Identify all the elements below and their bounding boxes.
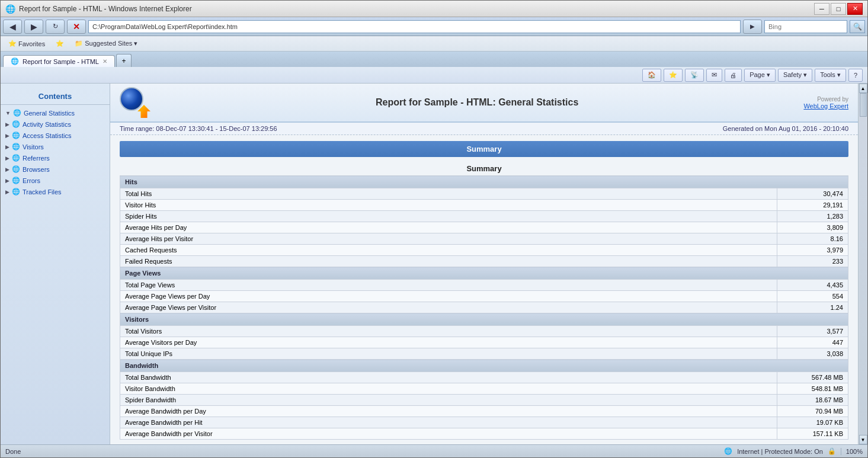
- tools-button[interactable]: Tools ▾: [815, 69, 846, 82]
- row-value: 233: [777, 256, 848, 267]
- globe-icon: 🌐: [12, 120, 20, 128]
- table-row: Total Hits30,474: [120, 188, 848, 200]
- search-submit-button[interactable]: 🔍: [850, 20, 865, 33]
- toolbar: 🏠 ⭐ 📡 ✉ 🖨 Page ▾ Safety ▾ Tools ▾ ?: [1, 67, 867, 84]
- sidebar-item-tracked-files[interactable]: ▶ 🌐 Tracked Files: [1, 186, 110, 197]
- tab-label: Report for Sample - HTML: [23, 58, 99, 65]
- window-controls: ─ □ ✕: [814, 3, 863, 15]
- table-row: Spider Hits1,283: [120, 211, 848, 222]
- row-value: 30,474: [777, 188, 848, 200]
- table-row: Average Page Views per Day554: [120, 291, 848, 302]
- row-label: Average Bandwidth per Day: [120, 406, 777, 417]
- row-value: 157.11 KB: [777, 428, 848, 440]
- refresh-button[interactable]: ↻: [46, 20, 65, 34]
- page-button[interactable]: Page ▾: [744, 69, 776, 82]
- content-area: Contents ▼ 🌐 General Statistics ▶ 🌐 Acti…: [1, 84, 867, 444]
- sidebar-item-browsers[interactable]: ▶ 🌐 Browsers: [1, 164, 110, 175]
- row-value: 554: [777, 291, 848, 302]
- sidebar-item-referrers[interactable]: ▶ 🌐 Referrers: [1, 152, 110, 164]
- table-row: Total Page Views4,435: [120, 280, 848, 291]
- zone-text: Internet | Protected Mode: On: [737, 448, 823, 455]
- row-label: Spider Hits: [120, 211, 777, 222]
- sidebar-label-visitors: Visitors: [23, 143, 44, 150]
- scroll-up-button[interactable]: ▲: [859, 84, 867, 93]
- tab-close-icon[interactable]: ✕: [103, 58, 107, 65]
- table-row: Average Hits per Day3,809: [120, 222, 848, 233]
- star-icon: ⭐: [8, 40, 17, 47]
- globe-icon: 🌐: [12, 132, 20, 139]
- address-input[interactable]: [88, 20, 741, 33]
- row-label: Total Bandwidth: [120, 372, 777, 383]
- forward-button[interactable]: ▶: [24, 20, 43, 34]
- help-button[interactable]: ?: [848, 69, 863, 82]
- suggested-sites-button[interactable]: 📁 Suggested Sites ▾: [72, 38, 140, 49]
- sidebar-item-visitors[interactable]: ▶ 🌐 Visitors: [1, 141, 110, 152]
- row-label: Cached Requests: [120, 245, 777, 256]
- read-mail-button[interactable]: ✉: [706, 69, 722, 82]
- row-label: Total Page Views: [120, 280, 777, 291]
- sidebar: Contents ▼ 🌐 General Statistics ▶ 🌐 Acti…: [1, 84, 110, 444]
- row-value: 19.07 KB: [777, 417, 848, 428]
- row-value: 18.67 MB: [777, 395, 848, 406]
- favorites-toolbar-button[interactable]: ⭐: [664, 69, 683, 82]
- globe-icon: 🌐: [12, 188, 20, 196]
- scroll-track: [859, 93, 867, 435]
- row-label: Average Page Views per Day: [120, 291, 777, 302]
- favorites-bar: ⭐ Favorites ⭐ 📁 Suggested Sites ▾: [1, 36, 867, 52]
- row-value: 567.48 MB: [777, 372, 848, 383]
- close-button[interactable]: ✕: [847, 3, 863, 15]
- back-button[interactable]: ◀: [3, 20, 22, 34]
- search-input[interactable]: [764, 20, 847, 33]
- row-value: 8.16: [777, 233, 848, 245]
- active-tab[interactable]: 🌐 Report for Sample - HTML ✕: [3, 55, 115, 67]
- sidebar-item-errors[interactable]: ▶ 🌐 Errors: [1, 175, 110, 186]
- row-value: 1,283: [777, 211, 848, 222]
- row-label: Total Unique IPs: [120, 348, 777, 360]
- sidebar-label-tracked: Tracked Files: [23, 188, 62, 196]
- lock-icon: 🔒: [828, 447, 836, 455]
- title-bar: 🌐 Report for Sample - HTML - Windows Int…: [1, 1, 867, 17]
- row-label: Average Hits per Visitor: [120, 233, 777, 245]
- row-label: Average Bandwidth per Visitor: [120, 428, 777, 440]
- zoom-text: 100%: [841, 448, 863, 455]
- safety-button[interactable]: Safety ▾: [778, 69, 812, 82]
- minimize-button[interactable]: ─: [814, 3, 829, 15]
- row-label: Spider Bandwidth: [120, 395, 777, 406]
- time-range: Time range: 08-Dec-07 13:30:41 - 15-Dec-…: [120, 125, 277, 132]
- home-button[interactable]: 🏠: [642, 69, 661, 82]
- favorites-button[interactable]: ⭐ Favorites: [5, 38, 48, 49]
- row-label: Visitor Bandwidth: [120, 383, 777, 395]
- scroll-down-button[interactable]: ▼: [859, 435, 867, 444]
- scrollbar[interactable]: ▲ ▼: [858, 84, 867, 444]
- sidebar-label-referrers: Referrers: [23, 155, 50, 162]
- new-tab-button[interactable]: +: [116, 54, 132, 67]
- maximize-button[interactable]: □: [831, 3, 846, 15]
- report-logo: [120, 87, 150, 118]
- powered-by-section: Powered by WebLog Expert: [803, 96, 848, 110]
- brand-link[interactable]: WebLog Expert: [803, 103, 848, 110]
- feeds-button[interactable]: 📡: [685, 69, 704, 82]
- row-label: Average Visitors per Day: [120, 337, 777, 348]
- row-value: 3,577: [777, 326, 848, 337]
- sidebar-title: Contents: [1, 88, 110, 105]
- row-value: 29,191: [777, 200, 848, 211]
- globe-icon: 🌐: [12, 154, 20, 162]
- sidebar-item-access-statistics[interactable]: ▶ 🌐 Access Statistics: [1, 130, 110, 141]
- expand-icon: ▶: [5, 166, 9, 172]
- sidebar-item-general-statistics[interactable]: ▼ 🌐 General Statistics: [1, 107, 110, 118]
- print-button[interactable]: 🖨: [725, 69, 742, 82]
- sidebar-item-activity-statistics[interactable]: ▶ 🌐 Activity Statistics: [1, 118, 110, 130]
- row-label: Total Visitors: [120, 326, 777, 337]
- sidebar-label-activity: Activity Statistics: [23, 121, 71, 128]
- group-header-cell: Hits: [120, 176, 848, 188]
- row-label: Visitor Hits: [120, 200, 777, 211]
- expand-icon: ▶: [5, 155, 9, 161]
- report-header: Report for Sample - HTML: General Statis…: [110, 84, 858, 123]
- table-row: Average Hits per Visitor8.16: [120, 233, 848, 245]
- go-button[interactable]: ▶: [743, 20, 762, 34]
- row-value: 4,435: [777, 280, 848, 291]
- scroll-thumb[interactable]: [860, 93, 867, 117]
- stop-button[interactable]: ✕: [67, 20, 86, 34]
- add-favorites-button[interactable]: ⭐: [53, 38, 67, 49]
- browser-window: 🌐 Report for Sample - HTML - Windows Int…: [0, 0, 868, 458]
